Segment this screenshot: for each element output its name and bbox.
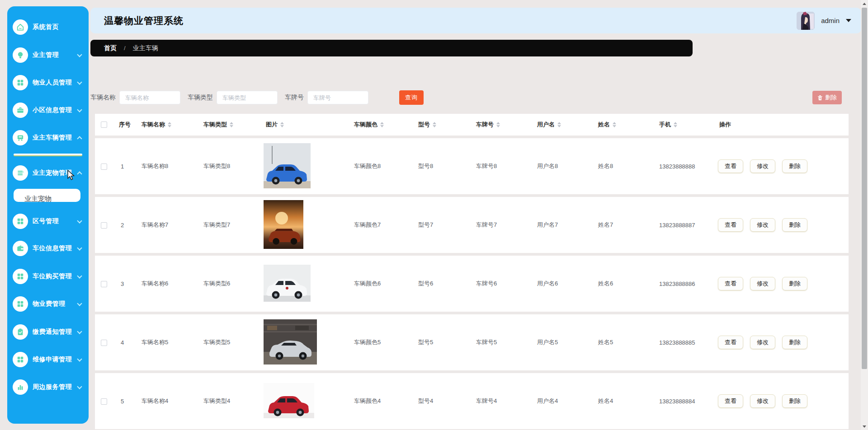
cell-plate: 车牌号7 bbox=[470, 221, 531, 229]
cell-vehicle-color: 车辆颜色4 bbox=[348, 397, 412, 405]
row-checkbox[interactable] bbox=[101, 398, 107, 405]
scrollbar-thumb[interactable] bbox=[862, 8, 867, 369]
cell-phone: 13823888888 bbox=[653, 163, 713, 170]
sidebar-subitem-owner-pet[interactable]: 业主宠物 bbox=[14, 189, 80, 202]
batch-delete-button[interactable]: 删除 bbox=[812, 91, 842, 104]
row-checkbox[interactable] bbox=[101, 164, 107, 170]
user-menu[interactable]: admin bbox=[797, 12, 851, 30]
cell-index: 5 bbox=[113, 398, 136, 405]
sidebar-item-payment-notice[interactable]: 缴费通知管理 bbox=[7, 324, 89, 340]
grid-icon bbox=[13, 75, 28, 90]
chevron-icon bbox=[77, 356, 82, 361]
cell-vehicle-name: 车辆名称7 bbox=[136, 221, 198, 229]
column-header-image[interactable]: 图片 bbox=[260, 121, 348, 129]
cell-vehicle-name: 车辆名称6 bbox=[136, 280, 198, 288]
cell-model: 型号7 bbox=[412, 221, 470, 229]
cell-realname: 姓名5 bbox=[592, 338, 653, 346]
sidebar-item-area-code[interactable]: 区号管理 bbox=[7, 213, 89, 229]
edit-button[interactable]: 修改 bbox=[750, 159, 775, 173]
view-button[interactable]: 查看 bbox=[718, 218, 743, 232]
briefcase-icon bbox=[13, 103, 28, 118]
sort-caret-icon[interactable] bbox=[380, 122, 384, 127]
delete-button[interactable]: 删除 bbox=[782, 159, 807, 173]
sort-caret-icon[interactable] bbox=[433, 122, 436, 127]
sidebar-item-staff-mgmt[interactable]: 物业人员管理 bbox=[7, 75, 89, 91]
cell-phone: 13823888886 bbox=[653, 280, 713, 287]
vertical-scrollbar[interactable] bbox=[861, 0, 868, 430]
chevron-icon bbox=[77, 301, 82, 306]
arrow-up-icon bbox=[863, 3, 866, 5]
cell-vehicle-color: 车辆颜色8 bbox=[348, 162, 412, 170]
cell-vehicle-type: 车辆类型6 bbox=[198, 280, 260, 288]
delete-button[interactable]: 删除 bbox=[782, 277, 807, 290]
search-button[interactable]: 查询 bbox=[399, 90, 424, 105]
sort-caret-icon[interactable] bbox=[496, 122, 500, 127]
sidebar-item-parking-purchase[interactable]: 车位购买管理 bbox=[7, 268, 89, 285]
plate-number-input[interactable] bbox=[307, 91, 368, 104]
column-header-vehicle-type[interactable]: 车辆类型 bbox=[198, 121, 260, 129]
vehicle-name-input[interactable] bbox=[119, 91, 180, 104]
column-header-actions: 操作 bbox=[713, 121, 849, 129]
sidebar-item-owner-vehicle[interactable]: 业主车辆管理 bbox=[7, 130, 89, 146]
view-button[interactable]: 查看 bbox=[718, 277, 743, 290]
select-all-checkbox[interactable] bbox=[101, 122, 107, 128]
cell-vehicle-color: 车辆颜色7 bbox=[348, 221, 412, 229]
cell-vehicle-type: 车辆类型5 bbox=[198, 338, 260, 346]
breadcrumb: 首页 / 业主车辆 bbox=[90, 40, 693, 56]
cell-vehicle-color: 车辆颜色5 bbox=[348, 338, 412, 346]
sidebar-item-community-info[interactable]: 小区信息管理 bbox=[7, 102, 89, 118]
sort-caret-icon[interactable] bbox=[168, 122, 171, 127]
sidebar-item-parking-info[interactable]: 车位信息管理 bbox=[7, 240, 89, 257]
cell-phone: 13823888885 bbox=[653, 339, 713, 346]
row-checkbox[interactable] bbox=[101, 281, 107, 287]
view-button[interactable]: 查看 bbox=[718, 394, 743, 408]
edit-button[interactable]: 修改 bbox=[750, 336, 775, 349]
vehicle-type-input[interactable] bbox=[217, 91, 278, 104]
sidebar-item-home[interactable]: 系统首页 bbox=[7, 19, 89, 35]
cell-model: 型号5 bbox=[412, 338, 470, 346]
delete-button[interactable]: 删除 bbox=[782, 336, 807, 349]
edit-button[interactable]: 修改 bbox=[750, 218, 775, 232]
clipboard-icon bbox=[13, 324, 28, 340]
cell-plate: 车牌号5 bbox=[470, 338, 531, 346]
scroll-down-button[interactable] bbox=[861, 423, 868, 430]
sidebar-item-owner-mgmt[interactable]: 业主管理 bbox=[7, 47, 89, 63]
cell-username: 用户名5 bbox=[531, 338, 592, 346]
column-header-plate[interactable]: 车牌号 bbox=[470, 121, 531, 129]
cell-index: 3 bbox=[113, 280, 136, 287]
avatar[interactable] bbox=[797, 12, 815, 30]
scroll-up-button[interactable] bbox=[861, 0, 868, 7]
view-button[interactable]: 查看 bbox=[718, 159, 743, 173]
view-button[interactable]: 查看 bbox=[718, 336, 743, 349]
edit-button[interactable]: 修改 bbox=[750, 394, 775, 408]
delete-button[interactable]: 删除 bbox=[782, 218, 807, 232]
column-header-phone[interactable]: 手机 bbox=[653, 121, 713, 129]
sort-caret-icon[interactable] bbox=[557, 122, 561, 127]
table-row: 4 车辆名称5 车辆类型5 车辆颜色5 型号5 车牌号5 用户名5 姓名5 13… bbox=[95, 314, 849, 370]
column-header-vehicle-name[interactable]: 车辆名称 bbox=[136, 121, 198, 129]
sidebar-item-nearby-service[interactable]: 周边服务管理 bbox=[7, 379, 89, 395]
column-header-model[interactable]: 型号 bbox=[412, 121, 470, 129]
breadcrumb-separator: / bbox=[124, 45, 126, 51]
cell-index: 4 bbox=[113, 339, 136, 346]
sidebar-item-repair-request[interactable]: 维修申请管理 bbox=[7, 351, 89, 368]
sort-caret-icon[interactable] bbox=[230, 122, 233, 127]
sort-caret-icon[interactable] bbox=[280, 122, 284, 127]
sidebar-item-owner-pet[interactable]: 业主宠物管理 bbox=[7, 165, 89, 181]
filter-label-vehicle-name: 车辆名称 bbox=[90, 93, 116, 102]
filter-group-vehicle-type: 车辆类型 bbox=[188, 91, 278, 104]
filter-group-vehicle-name: 车辆名称 bbox=[90, 91, 180, 104]
cell-model: 型号6 bbox=[412, 280, 470, 288]
column-header-realname[interactable]: 姓名 bbox=[592, 121, 653, 129]
sidebar-item-property-fee[interactable]: 物业费管理 bbox=[7, 296, 89, 312]
sort-caret-icon[interactable] bbox=[613, 122, 616, 127]
row-checkbox[interactable] bbox=[101, 222, 107, 229]
sidebar: 系统首页 业主管理 物业人员管理 小区信息管理 业主车辆管理 业主宠物管理 业主… bbox=[7, 6, 89, 424]
column-header-username[interactable]: 用户名 bbox=[531, 121, 592, 129]
edit-button[interactable]: 修改 bbox=[750, 277, 775, 290]
row-checkbox[interactable] bbox=[101, 340, 107, 346]
column-header-vehicle-color[interactable]: 车辆颜色 bbox=[348, 121, 412, 129]
delete-button[interactable]: 删除 bbox=[782, 394, 807, 408]
sort-caret-icon[interactable] bbox=[674, 122, 677, 127]
breadcrumb-home-link[interactable]: 首页 bbox=[104, 44, 117, 52]
